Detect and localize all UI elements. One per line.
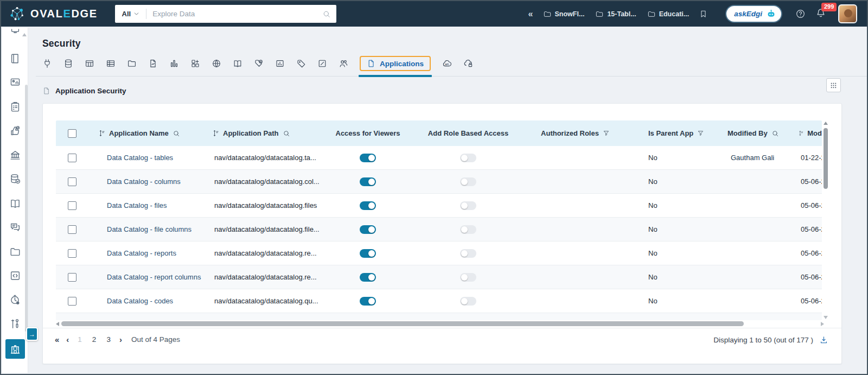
tab-api-security[interactable] [463, 59, 473, 68]
tab-api-access[interactable]: API [442, 59, 452, 68]
add-role-based-access-toggle[interactable] [460, 297, 476, 306]
tab-reports[interactable] [169, 59, 179, 68]
bookmark-icon[interactable] [699, 9, 708, 18]
access-for-viewers-toggle[interactable] [360, 177, 376, 186]
tab-dashboards[interactable] [275, 59, 285, 68]
row-checkbox[interactable] [68, 273, 76, 282]
sidebar-item-tools[interactable] [2, 312, 28, 336]
add-role-based-access-toggle[interactable] [460, 154, 476, 162]
sidebar-item-jobs[interactable] [2, 288, 28, 313]
page-number-3[interactable]: 3 [105, 335, 112, 344]
tab-policies[interactable] [317, 59, 327, 68]
sidebar-item-approval[interactable] [2, 119, 28, 143]
column-header-authorizedRoles[interactable]: Authorized Roles [520, 129, 631, 137]
cell-application-name[interactable]: Data Catalog - report columns [88, 273, 202, 281]
horizontal-scrollbar-thumb[interactable] [61, 321, 744, 326]
cell-application-name[interactable]: Data Catalog - reports [88, 249, 202, 257]
column-header-viewers[interactable]: Access for Viewers [319, 129, 417, 137]
first-page-button[interactable]: « [55, 335, 59, 344]
recent-item[interactable]: SnowFl... [543, 10, 585, 18]
column-header-select[interactable] [56, 129, 88, 138]
tab-domains[interactable] [212, 59, 221, 68]
sidebar-item-collaboration[interactable] [2, 215, 28, 240]
access-for-viewers-toggle[interactable] [360, 273, 376, 282]
access-for-viewers-toggle[interactable] [360, 225, 376, 234]
access-for-viewers-toggle[interactable] [360, 297, 376, 306]
column-settings-button[interactable] [826, 78, 841, 92]
column-header-name[interactable]: Application Name [88, 129, 202, 137]
tab-tags[interactable] [296, 59, 306, 68]
column-header-modified[interactable]: Mod [796, 129, 822, 137]
sidebar-item-journal[interactable] [2, 47, 28, 71]
user-avatar[interactable] [838, 4, 857, 23]
column-header-roleBased[interactable]: Add Role Based Access [417, 129, 520, 137]
previous-page-button[interactable]: ‹ [66, 335, 69, 344]
help-icon[interactable] [795, 9, 806, 19]
column-header-modifiedBy[interactable]: Modified By [718, 129, 796, 137]
cell-application-name[interactable]: Data Catalog - columns [88, 177, 202, 186]
sidebar-item-monitor-report[interactable] [2, 71, 28, 95]
scroll-left-arrow[interactable] [56, 322, 59, 326]
sidebar-item-governance[interactable] [2, 143, 28, 168]
search-scope-dropdown[interactable]: All [122, 10, 141, 18]
add-role-based-access-toggle[interactable] [460, 249, 476, 258]
tab-files[interactable] [127, 59, 137, 68]
sidebar-item-tray[interactable] [2, 28, 28, 47]
download-icon[interactable] [819, 335, 828, 345]
access-for-viewers-toggle[interactable] [360, 201, 376, 210]
sidebar-item-data-quality[interactable] [2, 167, 28, 192]
search-input[interactable] [152, 10, 322, 18]
sidebar-expand-button[interactable]: → [26, 327, 38, 341]
add-role-based-access-toggle[interactable] [460, 177, 476, 186]
vertical-scrollbar-thumb[interactable] [824, 128, 828, 189]
tab-crawler[interactable] [42, 59, 52, 68]
recent-item[interactable]: Educati... [647, 10, 690, 18]
sidebar-item-glossary[interactable] [2, 192, 28, 216]
sidebar-scrollbar-thumb[interactable] [25, 85, 28, 332]
page-number-2[interactable]: 2 [91, 335, 98, 344]
scroll-right-arrow[interactable] [821, 322, 824, 326]
cell-application-name[interactable]: Data Catalog - file columns [88, 225, 202, 233]
tab-file-columns[interactable] [148, 59, 158, 68]
scroll-up-arrow[interactable] [824, 122, 828, 125]
askedgi-button[interactable]: askEdgi [726, 6, 781, 22]
tab-tables[interactable] [85, 59, 94, 68]
row-checkbox[interactable] [68, 249, 76, 258]
tab-tags-history[interactable] [254, 59, 264, 68]
column-header-isParentApp[interactable]: Is Parent App [631, 129, 718, 137]
row-checkbox[interactable] [68, 297, 76, 306]
next-page-button[interactable]: › [119, 335, 122, 344]
sidebar-item-projects[interactable] [2, 240, 28, 264]
collapse-recents-icon[interactable]: « [528, 10, 533, 18]
page-number-1[interactable]: 1 [76, 335, 84, 344]
tab-schemas[interactable] [63, 59, 73, 68]
tab-table-columns[interactable] [106, 59, 116, 68]
access-for-viewers-toggle[interactable] [360, 154, 376, 162]
notifications-button[interactable]: 299 [815, 8, 826, 21]
add-role-based-access-toggle[interactable] [460, 273, 476, 282]
tab-users[interactable] [339, 59, 348, 68]
sidebar-item-query[interactable] [2, 264, 28, 288]
sidebar-item-security[interactable] [5, 339, 25, 359]
tab-applications[interactable]: Applications [360, 56, 431, 71]
scroll-down-arrow[interactable] [824, 316, 828, 319]
row-checkbox[interactable] [68, 177, 76, 186]
add-role-based-access-toggle[interactable] [460, 225, 476, 234]
add-role-based-access-toggle[interactable] [460, 201, 476, 210]
row-checkbox[interactable] [68, 225, 76, 234]
row-checkbox[interactable] [68, 154, 76, 162]
vertical-scrollbar[interactable] [823, 120, 828, 320]
sidebar-item-clipboard[interactable] [2, 95, 28, 119]
horizontal-scrollbar[interactable] [56, 320, 824, 327]
recent-item[interactable]: 15-Tabl... [595, 10, 636, 18]
cell-application-name[interactable]: Data Catalog - tables [88, 154, 202, 162]
cell-application-name[interactable]: Data Catalog - files [88, 201, 202, 209]
row-checkbox[interactable] [68, 201, 76, 210]
cell-application-name[interactable]: Data Catalog - codes [88, 297, 202, 305]
tab-glossary[interactable] [233, 59, 242, 68]
ovaledge-logo[interactable]: OVALEDGE [9, 5, 98, 22]
column-header-path[interactable]: Application Path [202, 129, 319, 137]
sidebar-scroll-up-arrow[interactable] [22, 33, 27, 36]
search-icon[interactable] [322, 10, 331, 18]
tab-report-columns[interactable] [190, 59, 200, 68]
